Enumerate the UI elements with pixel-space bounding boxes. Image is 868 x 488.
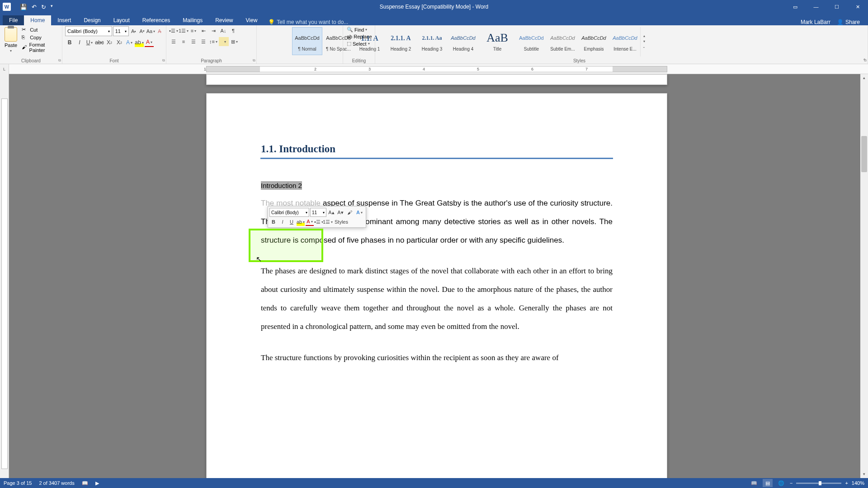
horizontal-ruler[interactable]: 1 2 3 4 5 6 7 — [206, 66, 667, 72]
mini-font-selector[interactable]: Calibri (Body)▾ — [269, 208, 309, 217]
style-item-emphasis[interactable]: AaBbCcDdEmphasis — [579, 27, 609, 55]
mini-size-selector[interactable]: 11▾ — [310, 208, 326, 217]
scrollbar-thumb[interactable] — [861, 136, 867, 172]
macro-icon[interactable]: ▶ — [95, 480, 99, 486]
mini-highlight-button[interactable]: ab — [297, 218, 305, 226]
page-indicator[interactable]: Page 3 of 15 — [4, 480, 32, 486]
bullets-button[interactable]: •☰ — [169, 26, 178, 35]
spell-check-icon[interactable]: 📖 — [82, 480, 88, 486]
style-item-heading-3[interactable]: 2.1.1. AaHeading 3 — [417, 27, 447, 55]
clear-formatting-button[interactable]: A̶ — [156, 27, 163, 36]
undo-icon[interactable]: ↶ — [32, 4, 37, 10]
close-button[interactable]: ✕ — [847, 0, 868, 14]
vertical-ruler[interactable] — [0, 74, 9, 478]
select-button[interactable]: ⬚Select▾ — [346, 40, 372, 47]
align-left-button[interactable]: ☰ — [169, 37, 178, 46]
bold-button[interactable]: B — [65, 38, 74, 47]
paste-button[interactable]: Paste ▾ — [3, 26, 19, 54]
grow-font-button[interactable]: A▴ — [130, 27, 137, 36]
borders-button[interactable]: ⊞ — [230, 37, 239, 46]
tab-insert[interactable]: Insert — [51, 15, 77, 25]
style-item--normal[interactable]: AaBbCcDd¶ Normal — [292, 27, 322, 55]
body-paragraph[interactable]: The phases are designed to mark distinct… — [261, 262, 613, 336]
subscript-button[interactable]: X2 — [105, 38, 114, 47]
zoom-level[interactable]: 140% — [852, 480, 864, 486]
vertical-scrollbar[interactable]: ▴ ▾ — [860, 74, 868, 478]
tab-mailings[interactable]: Mailings — [176, 15, 209, 25]
tab-view[interactable]: View — [240, 15, 264, 25]
italic-button[interactable]: I — [75, 38, 84, 47]
decrease-indent-button[interactable]: ⇤ — [199, 26, 208, 35]
maximize-button[interactable]: ☐ — [826, 0, 847, 14]
scroll-up-icon[interactable]: ▴ — [860, 74, 868, 82]
multilevel-button[interactable]: ≡ — [189, 26, 198, 35]
scroll-down-icon[interactable]: ▾ — [641, 39, 647, 45]
show-marks-button[interactable]: ¶ — [229, 26, 238, 35]
cut-button[interactable]: ✂Cut — [21, 26, 59, 33]
mini-styles-button[interactable]: A — [354, 208, 364, 216]
mini-font-color-button[interactable]: A — [306, 218, 314, 226]
tab-selector[interactable]: L — [0, 64, 9, 74]
tab-design[interactable]: Design — [77, 15, 107, 25]
font-launcher-icon[interactable]: ⧉ — [162, 58, 165, 63]
tab-file[interactable]: File — [3, 15, 24, 25]
format-painter-button[interactable]: 🖌Format Painter — [21, 42, 59, 53]
mini-format-painter-button[interactable]: 🖌 — [345, 208, 354, 216]
font-size-selector[interactable]: 11▾ — [113, 26, 129, 36]
line-spacing-button[interactable]: ↕≡ — [209, 37, 218, 46]
qat-customize-icon[interactable]: ▾ — [51, 4, 53, 10]
text-effects-button[interactable]: A — [125, 38, 134, 47]
mini-bold-button[interactable]: B — [269, 218, 278, 226]
replace-button[interactable]: abReplace — [346, 33, 372, 40]
tab-home[interactable]: Home — [24, 15, 51, 25]
mini-bullets-button[interactable]: •☰ — [315, 218, 323, 226]
sort-button[interactable]: A↓ — [219, 26, 228, 35]
redo-icon[interactable]: ↻ — [41, 4, 46, 10]
font-color-button[interactable]: A — [145, 38, 154, 47]
tab-layout[interactable]: Layout — [107, 15, 136, 25]
copy-button[interactable]: ⎘Copy — [21, 34, 59, 41]
tab-review[interactable]: Review — [209, 15, 239, 25]
increase-indent-button[interactable]: ⇥ — [209, 26, 218, 35]
paragraph-launcher-icon[interactable]: ⧉ — [253, 58, 255, 63]
style-item-subtle-em-[interactable]: AaBbCcDdSubtle Em... — [547, 27, 578, 55]
shrink-font-button[interactable]: A▾ — [138, 27, 146, 36]
heading-text[interactable]: 1.1. Introduction — [261, 143, 613, 155]
print-layout-button[interactable]: ▤ — [763, 479, 773, 487]
expand-gallery-icon[interactable]: ⌄ — [641, 45, 647, 50]
zoom-slider[interactable] — [796, 483, 841, 484]
read-mode-button[interactable]: 📖 — [749, 479, 759, 487]
scroll-down-icon[interactable]: ▾ — [860, 470, 868, 478]
zoom-out-button[interactable]: − — [790, 480, 793, 486]
find-button[interactable]: 🔍Find▾ — [346, 26, 372, 33]
superscript-button[interactable]: X2 — [115, 38, 124, 47]
style-item-intense-e-[interactable]: AaBbCcDdIntense E... — [610, 27, 640, 55]
tell-me-search[interactable]: 💡 Tell me what you want to do... — [268, 19, 348, 25]
font-name-selector[interactable]: Calibri (Body)▾ — [65, 26, 112, 36]
strikethrough-button[interactable]: abc — [95, 38, 104, 47]
user-name[interactable]: Mark LaBarr — [801, 19, 830, 25]
mini-styles-label[interactable]: Styles — [333, 218, 350, 226]
mini-underline-button[interactable]: U — [288, 218, 296, 226]
minimize-button[interactable]: — — [806, 0, 826, 14]
change-case-button[interactable]: Aa — [146, 27, 155, 36]
underline-button[interactable]: U — [85, 38, 94, 47]
mini-grow-font-button[interactable]: A▴ — [327, 208, 335, 216]
share-button[interactable]: 👤 Share — [837, 19, 860, 25]
mini-numbering-button[interactable]: 1☰ — [324, 218, 332, 226]
word-count[interactable]: 2 of 3407 words — [39, 480, 74, 486]
shading-button[interactable] — [219, 37, 229, 46]
document-page[interactable]: 1.1. Introduction Introduction 2 The mos… — [206, 93, 667, 478]
clipboard-launcher-icon[interactable]: ⧉ — [58, 58, 61, 63]
style-item-title[interactable]: AaBTitle — [479, 27, 515, 55]
ribbon-display-icon[interactable]: ▭ — [785, 0, 806, 14]
align-right-button[interactable]: ☰ — [189, 37, 198, 46]
mini-shrink-font-button[interactable]: A▾ — [336, 208, 344, 216]
selected-heading-text[interactable]: Introduction 2 — [261, 181, 302, 190]
save-icon[interactable]: 💾 — [20, 4, 27, 10]
web-layout-button[interactable]: 🌐 — [776, 479, 786, 487]
style-item-heading-2[interactable]: 2.1.1. AHeading 2 — [386, 27, 416, 55]
styles-expand[interactable]: ▴ ▾ ⌄ — [640, 27, 647, 56]
collapse-ribbon-icon[interactable]: ⌃ — [863, 58, 866, 63]
align-center-button[interactable]: ≡ — [179, 37, 188, 46]
